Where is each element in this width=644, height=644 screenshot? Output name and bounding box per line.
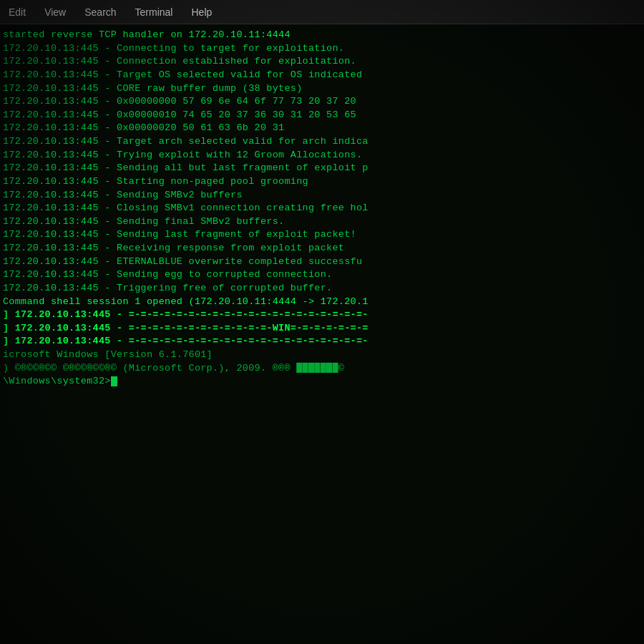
terminal-line: 172.20.10.13:445 - Sending last fragment… xyxy=(3,228,641,242)
terminal-output[interactable]: started reverse TCP handler on 172.20.10… xyxy=(0,24,644,644)
terminal-line: 172.20.10.13:445 - 0x00000000 57 69 6e 6… xyxy=(3,95,641,109)
terminal-line: ] 172.20.10.13:445 - =-=-=-=-=-=-=-=-=-=… xyxy=(3,322,641,336)
terminal-line: 172.20.10.13:445 - 0x00000010 74 65 20 3… xyxy=(3,109,641,122)
menu-item-help[interactable]: Help xyxy=(188,5,215,19)
menu-item-view[interactable]: View xyxy=(42,5,69,19)
terminal-line: 172.20.10.13:445 - Receiving response fr… xyxy=(3,242,641,255)
terminal-line: Command shell session 1 opened (172.20.1… xyxy=(3,296,641,309)
terminal-line: 172.20.10.13:445 - ETERNALBLUE overwrite… xyxy=(3,255,641,269)
terminal-line: icrosoft Windows [Version 6.1.7601] xyxy=(3,348,641,362)
terminal-line: 172.20.10.13:445 - CORE raw buffer dump … xyxy=(3,82,641,96)
terminal-line: 172.20.10.13:445 - Trying exploit with 1… xyxy=(3,149,641,162)
menu-bar: EditViewSearchTerminalHelp xyxy=(0,0,644,24)
terminal-line: started reverse TCP handler on 172.20.10… xyxy=(3,29,641,42)
terminal-line: 172.20.10.13:445 - Target OS selected va… xyxy=(3,69,641,82)
terminal-line: 172.20.10.13:445 - Connection establishe… xyxy=(3,55,641,69)
menu-item-edit[interactable]: Edit xyxy=(6,5,29,19)
menu-item-terminal[interactable]: Terminal xyxy=(132,5,176,19)
terminal-line: 172.20.10.13:445 - 0x00000020 50 61 63 6… xyxy=(3,122,641,135)
terminal-line: 172.20.10.13:445 - Connecting to target … xyxy=(3,42,641,56)
terminal-line: 172.20.10.13:445 - Sending SMBv2 buffers xyxy=(3,189,641,203)
terminal-line: \Windows\system32> xyxy=(3,375,641,389)
terminal-line: 172.20.10.13:445 - Target arch selected … xyxy=(3,135,641,149)
terminal-line: 172.20.10.13:445 - Closing SMBv1 connect… xyxy=(3,202,641,215)
terminal-cursor xyxy=(111,376,117,386)
terminal-window: EditViewSearchTerminalHelp started rever… xyxy=(0,0,644,644)
terminal-line: ] 172.20.10.13:445 - =-=-=-=-=-=-=-=-=-=… xyxy=(3,308,641,322)
terminal-line: ] 172.20.10.13:445 - =-=-=-=-=-=-=-=-=-=… xyxy=(3,335,641,348)
menu-item-search[interactable]: Search xyxy=(82,5,119,19)
terminal-line: 172.20.10.13:445 - Sending egg to corrup… xyxy=(3,268,641,282)
terminal-line: 172.20.10.13:445 - Sending final SMBv2 b… xyxy=(3,215,641,229)
terminal-line: 172.20.10.13:445 - Sending all but last … xyxy=(3,162,641,175)
terminal-line: 172.20.10.13:445 - Starting non-paged po… xyxy=(3,175,641,189)
terminal-line: ) ©®©©®©© ©®©©®©©®© (Microsoft Corp.), 2… xyxy=(3,362,641,376)
terminal-line: 172.20.10.13:445 - Triggering free of co… xyxy=(3,282,641,296)
